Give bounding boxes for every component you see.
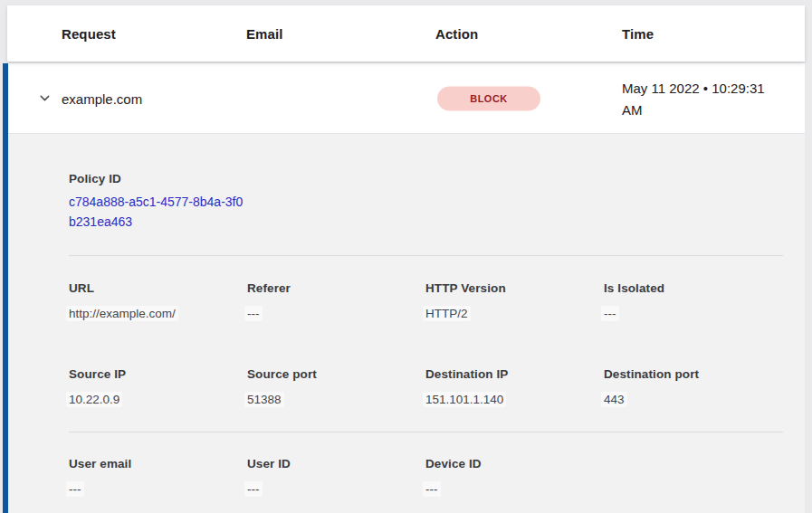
expanded-row-accent-bar — [3, 63, 8, 513]
field-destination-ip: Destination IP 151.101.1.140 — [425, 367, 508, 406]
field-label: User ID — [247, 457, 291, 470]
chevron-down-icon[interactable] — [37, 91, 52, 106]
field-label: Referer — [247, 281, 291, 295]
row-request-value: example.com — [62, 90, 142, 106]
field-value: 51388 — [244, 392, 284, 407]
section-divider — [69, 255, 783, 256]
field-is-isolated: Is Isolated --- — [604, 281, 664, 320]
field-label: Is Isolated — [604, 281, 664, 295]
column-header-action: Action — [435, 26, 478, 42]
field-value: 10.22.0.9 — [66, 392, 122, 407]
field-destination-port: Destination port 443 — [604, 367, 699, 406]
field-value: http://example.com/ — [66, 306, 178, 321]
field-label: URL — [69, 281, 176, 295]
policy-id-label: Policy ID — [69, 172, 121, 185]
field-source-ip: Source IP 10.22.0.9 — [69, 367, 126, 406]
field-value: --- — [423, 481, 441, 497]
field-url: URL http://example.com/ — [69, 281, 176, 320]
log-table-row[interactable]: example.com BLOCK May 11 2022 • 10:29:31… — [8, 63, 805, 134]
row-time-value: May 11 2022 • 10:29:31 AM — [622, 78, 779, 121]
field-referer: Referer --- — [247, 281, 291, 320]
field-user-id: User ID --- — [247, 457, 291, 496]
action-block-badge: BLOCK — [437, 86, 540, 110]
field-source-port: Source port 51388 — [247, 367, 317, 406]
table-header: Request Email Action Time — [7, 5, 805, 62]
field-value: HTTP/2 — [423, 306, 471, 321]
field-label: Destination port — [604, 367, 699, 381]
field-label: Device ID — [425, 457, 482, 470]
column-header-email: Email — [246, 26, 283, 42]
field-value: --- — [244, 481, 263, 497]
field-value: 151.101.1.140 — [423, 392, 506, 407]
field-value: 443 — [601, 392, 627, 407]
field-value: --- — [601, 306, 619, 321]
field-http-version: HTTP Version HTTP/2 — [425, 281, 506, 320]
section-divider — [69, 432, 783, 432]
column-header-request: Request — [62, 26, 116, 42]
policy-id-link[interactable]: c784a888-a5c1-4577-8b4a-3f0b231ea463 — [69, 192, 250, 232]
column-header-time: Time — [622, 26, 654, 42]
field-label: Destination IP — [425, 367, 508, 381]
row-details-panel: Policy ID c784a888-a5c1-4577-8b4a-3f0b23… — [8, 134, 805, 513]
field-value: --- — [244, 306, 263, 321]
field-label: User email — [69, 457, 131, 470]
field-user-email: User email --- — [69, 457, 131, 496]
field-label: HTTP Version — [425, 281, 506, 295]
log-viewer: Request Email Action Time example.com BL… — [0, 0, 812, 513]
field-label: Source port — [247, 367, 317, 381]
field-label: Source IP — [69, 367, 126, 381]
field-device-id: Device ID --- — [425, 457, 482, 496]
field-value: --- — [66, 481, 84, 497]
